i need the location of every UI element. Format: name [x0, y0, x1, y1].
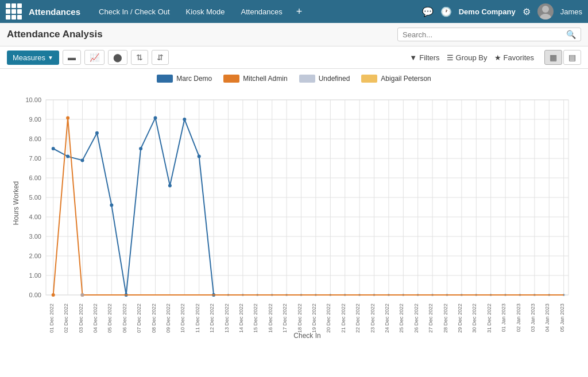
legend-item: Marc Demo: [157, 75, 212, 83]
user-avatar[interactable]: [537, 3, 554, 20]
svg-text:Check In: Check In: [293, 332, 320, 340]
svg-text:01 Dec 2022: 01 Dec 2022: [49, 304, 55, 333]
svg-point-63: [66, 155, 69, 158]
svg-text:3.00: 3.00: [29, 233, 41, 240]
legend-item: Mitchell Admin: [223, 75, 287, 83]
legend-color-box: [157, 75, 173, 83]
svg-point-1: [540, 14, 551, 20]
app-brand: Attendances: [29, 7, 80, 17]
svg-text:13 Dec 2022: 13 Dec 2022: [224, 304, 230, 333]
nav-checkin-checkout[interactable]: Check In / Check Out: [92, 5, 177, 18]
svg-point-66: [110, 204, 113, 207]
svg-text:08 Dec 2022: 08 Dec 2022: [151, 304, 157, 333]
svg-point-70: [168, 184, 172, 188]
svg-text:22 Dec 2022: 22 Dec 2022: [355, 304, 361, 333]
nav-attendances[interactable]: Attendances: [234, 5, 289, 18]
svg-text:28 Dec 2022: 28 Dec 2022: [443, 304, 448, 333]
svg-text:05 Jan 2023: 05 Jan 2023: [559, 304, 565, 332]
clock-icon[interactable]: 🕐: [440, 6, 452, 17]
svg-text:Hours Worked: Hours Worked: [12, 181, 20, 225]
svg-text:19 Dec 2022: 19 Dec 2022: [311, 304, 317, 333]
svg-text:30 Dec 2022: 30 Dec 2022: [471, 304, 477, 333]
search-box[interactable]: 🔍: [397, 28, 581, 41]
sort-asc-button[interactable]: ⇅: [131, 50, 148, 65]
svg-point-0: [542, 6, 549, 13]
toolbar: Measures ▼ ▬ 📈 ⬤ ⇅ ⇵ ▼ Filters ☰ Group B…: [0, 46, 588, 69]
svg-point-101: [81, 293, 84, 297]
list-view-button[interactable]: ▤: [563, 50, 581, 65]
groupby-icon: ☰: [447, 53, 454, 62]
svg-text:7.00: 7.00: [29, 155, 41, 162]
svg-text:21 Dec 2022: 21 Dec 2022: [341, 304, 346, 333]
svg-text:8.00: 8.00: [29, 135, 41, 142]
filters-button[interactable]: ▼ Filters: [409, 53, 439, 62]
search-icon: 🔍: [566, 30, 576, 39]
favorites-button[interactable]: ★ Favorites: [494, 53, 534, 62]
username-label: James: [560, 7, 582, 16]
svg-text:0.00: 0.00: [29, 292, 41, 298]
svg-point-98: [52, 293, 55, 297]
svg-text:31 Dec 2022: 31 Dec 2022: [486, 304, 492, 333]
svg-text:02 Dec 2022: 02 Dec 2022: [63, 304, 69, 333]
svg-text:24 Dec 2022: 24 Dec 2022: [384, 304, 390, 333]
svg-text:04 Jan 2023: 04 Jan 2023: [544, 304, 550, 332]
svg-text:02 Jan 2023: 02 Jan 2023: [516, 304, 521, 332]
legend-item: Undefined: [299, 75, 350, 83]
svg-text:4.00: 4.00: [29, 213, 41, 220]
svg-text:09 Dec 2022: 09 Dec 2022: [165, 304, 171, 333]
top-navigation: Attendances Check In / Check Out Kiosk M…: [0, 0, 588, 23]
app-menu-icon[interactable]: [6, 3, 22, 20]
line-chart-button[interactable]: 📈: [84, 50, 105, 65]
svg-point-68: [139, 147, 142, 150]
svg-text:01 Jan 2023: 01 Jan 2023: [501, 304, 506, 332]
view-toggle: ▦ ▤: [544, 50, 581, 65]
svg-text:5.00: 5.00: [29, 194, 41, 201]
bar-chart-button[interactable]: ▬: [63, 50, 81, 65]
subheader: Attendance Analysis 🔍: [0, 23, 588, 46]
company-name: Demo Company: [459, 7, 516, 16]
legend-label: Mitchell Admin: [243, 75, 287, 83]
legend-label: Undefined: [319, 75, 350, 83]
filter-icon: ▼: [409, 53, 417, 62]
svg-text:29 Dec 2022: 29 Dec 2022: [457, 304, 463, 333]
sort-desc-button[interactable]: ⇵: [152, 50, 169, 65]
chart-legend: Marc DemoMitchell AdminUndefinedAbigail …: [11, 75, 577, 83]
svg-text:2.00: 2.00: [29, 252, 41, 259]
pie-chart-button[interactable]: ⬤: [108, 50, 127, 65]
nav-kiosk-mode[interactable]: Kiosk Mode: [179, 5, 232, 18]
groupby-button[interactable]: ☰ Group By: [447, 53, 488, 62]
svg-point-65: [95, 131, 99, 135]
search-input[interactable]: [403, 30, 566, 39]
chat-icon[interactable]: 💬: [422, 6, 434, 17]
svg-point-64: [81, 158, 84, 162]
add-menu-button[interactable]: +: [292, 6, 307, 18]
svg-text:10.00: 10.00: [25, 96, 41, 103]
legend-label: Marc Demo: [176, 75, 212, 83]
legend-label: Abigail Peterson: [381, 75, 431, 83]
svg-text:14 Dec 2022: 14 Dec 2022: [238, 304, 244, 333]
svg-text:03 Dec 2022: 03 Dec 2022: [78, 304, 84, 333]
svg-text:23 Dec 2022: 23 Dec 2022: [370, 304, 376, 333]
line-chart: .tick-label { font-size: 11px; fill: #66…: [11, 88, 577, 343]
settings-icon[interactable]: ⚙: [523, 6, 531, 17]
measures-button[interactable]: Measures ▼: [7, 50, 59, 65]
svg-text:11 Dec 2022: 11 Dec 2022: [195, 304, 200, 333]
favorites-label: Favorites: [504, 53, 534, 62]
filters-label: Filters: [419, 53, 439, 62]
measures-label: Measures: [13, 53, 45, 62]
svg-text:26 Dec 2022: 26 Dec 2022: [413, 304, 419, 333]
svg-point-71: [183, 118, 186, 121]
svg-text:20 Dec 2022: 20 Dec 2022: [326, 304, 331, 333]
svg-text:12 Dec 2022: 12 Dec 2022: [209, 304, 215, 333]
page-title: Attendance Analysis: [7, 29, 393, 40]
chart-view-button[interactable]: ▦: [544, 50, 562, 65]
svg-text:16 Dec 2022: 16 Dec 2022: [268, 304, 273, 333]
filter-group: ▼ Filters ☰ Group By ★ Favorites: [409, 53, 534, 62]
groupby-label: Group By: [456, 53, 488, 62]
svg-text:06 Dec 2022: 06 Dec 2022: [122, 304, 127, 333]
legend-item: Abigail Peterson: [361, 75, 431, 83]
svg-text:07 Dec 2022: 07 Dec 2022: [136, 304, 142, 333]
svg-point-72: [198, 155, 201, 158]
svg-text:15 Dec 2022: 15 Dec 2022: [253, 304, 258, 333]
svg-text:05 Dec 2022: 05 Dec 2022: [107, 304, 113, 333]
